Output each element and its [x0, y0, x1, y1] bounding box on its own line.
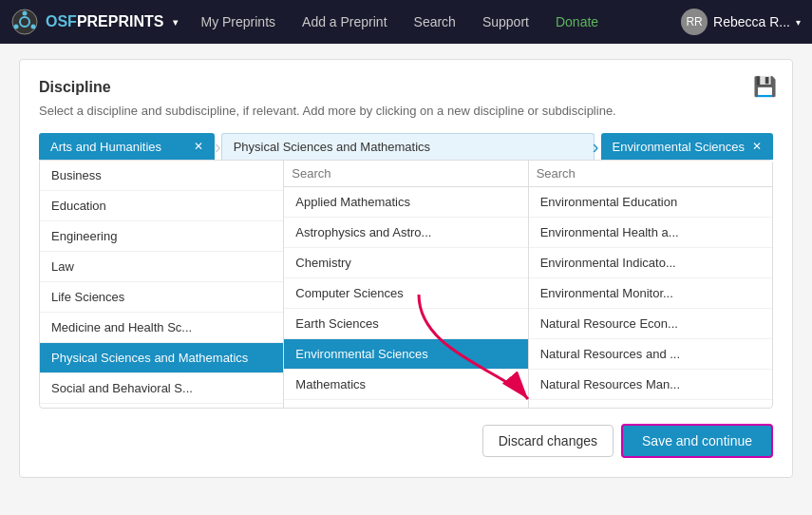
arts-humanities-tab[interactable]: Arts and Humanities ✕: [39, 133, 215, 160]
discipline-item-social[interactable]: Social and Behavioral S...: [40, 373, 283, 404]
search-nav-link[interactable]: Search: [403, 0, 467, 44]
navbar: OSFPREPRINTS ▾ My Preprints Add a Prepri…: [0, 0, 812, 44]
environmental-sciences-tab[interactable]: Environmental Sciences ✕: [601, 133, 773, 160]
save-icon[interactable]: 💾: [753, 75, 777, 98]
discipline-col-3: Environmental Education Environmental He…: [529, 161, 772, 408]
donate-link[interactable]: Donate: [544, 0, 610, 44]
arts-humanities-tab-close[interactable]: ✕: [194, 140, 203, 153]
physical-sciences-tab-label: Physical Sciences and Mathematics: [234, 140, 430, 154]
save-continue-button[interactable]: Save and continue: [621, 424, 773, 458]
col2-search-input[interactable]: [284, 161, 527, 187]
col3-search-input[interactable]: [529, 161, 772, 187]
subsubdiscipline-env-health[interactable]: Environmental Health a...: [529, 218, 772, 248]
discipline-col-2: Applied Mathematics Astrophysics and Ast…: [284, 161, 528, 408]
logo-dropdown-icon[interactable]: ▾: [173, 17, 178, 28]
discipline-col-1-list: Business Education Engineering Law Life …: [40, 161, 283, 408]
svg-point-3: [31, 25, 36, 29]
discard-button[interactable]: Discard changes: [482, 425, 614, 457]
action-row: Discard changes Save and continue: [39, 424, 773, 458]
user-menu[interactable]: RR Rebecca R... ▾: [681, 9, 801, 35]
discipline-item-physical-sciences[interactable]: Physical Sciences and Mathematics: [40, 343, 283, 373]
subdiscipline-astrophysics[interactable]: Astrophysics and Astro...: [284, 218, 527, 248]
subdiscipline-environmental-sciences[interactable]: Environmental Sciences: [284, 339, 527, 370]
subdiscipline-applied-math[interactable]: Applied Mathematics: [284, 187, 527, 218]
my-preprints-link[interactable]: My Preprints: [189, 0, 287, 44]
discipline-item-education[interactable]: Education: [40, 191, 283, 221]
discipline-col-3-list: Environmental Education Environmental He…: [529, 187, 772, 408]
subdiscipline-mathematics[interactable]: Mathematics: [284, 370, 527, 400]
section-title: Discipline: [39, 79, 773, 96]
discipline-item-medicine[interactable]: Medicine and Health Sc...: [40, 313, 283, 343]
logo-preprints: PREPRINTS: [77, 13, 164, 29]
discipline-col-2-list: Applied Mathematics Astrophysics and Ast…: [284, 187, 527, 408]
subsubdiscipline-env-education[interactable]: Environmental Education: [529, 187, 772, 218]
avatar: RR: [681, 9, 708, 35]
subsubdiscipline-natural-resources-man[interactable]: Natural Resources Man...: [529, 370, 772, 400]
subsubdiscipline-natural-resource-econ[interactable]: Natural Resource Econ...: [529, 309, 772, 339]
subdiscipline-computer-sciences[interactable]: Computer Sciences: [284, 278, 527, 309]
svg-point-2: [23, 11, 28, 16]
discipline-col-1: Business Education Engineering Law Life …: [40, 161, 284, 408]
logo[interactable]: OSFPREPRINTS ▾: [11, 9, 178, 35]
tab-arrow-2: ›: [593, 133, 599, 160]
logo-osf: OSF: [46, 13, 77, 29]
user-dropdown-icon[interactable]: ▾: [796, 17, 801, 28]
environmental-sciences-tab-label: Environmental Sciences: [613, 140, 745, 154]
discipline-tab-headers: Arts and Humanities ✕ › Physical Science…: [39, 133, 773, 160]
discipline-columns: Business Education Engineering Law Life …: [39, 160, 773, 409]
physical-sciences-tab[interactable]: Physical Sciences and Mathematics: [221, 133, 595, 160]
svg-point-4: [14, 25, 19, 29]
discipline-item-law[interactable]: Law: [40, 252, 283, 282]
discipline-item-business[interactable]: Business: [40, 161, 283, 191]
section-desc: Select a discipline and subdiscipline, i…: [39, 104, 773, 118]
subsubdiscipline-env-monitoring[interactable]: Environmental Monitor...: [529, 278, 772, 309]
support-link[interactable]: Support: [471, 0, 540, 44]
subdiscipline-chemistry[interactable]: Chemistry: [284, 248, 527, 278]
main-content: Discipline 💾 Select a discipline and sub…: [19, 59, 793, 478]
user-name: Rebecca R...: [713, 14, 790, 29]
discipline-item-engineering[interactable]: Engineering: [40, 221, 283, 252]
environmental-sciences-tab-close[interactable]: ✕: [752, 140, 762, 153]
arts-humanities-tab-label: Arts and Humanities: [50, 140, 161, 154]
tab-arrow-1: ›: [215, 133, 221, 160]
subsubdiscipline-env-indicators[interactable]: Environmental Indicato...: [529, 248, 772, 278]
discipline-item-life-sciences[interactable]: Life Sciences: [40, 282, 283, 313]
subsubdiscipline-natural-resources[interactable]: Natural Resources and ...: [529, 339, 772, 370]
add-preprint-link[interactable]: Add a Preprint: [291, 0, 399, 44]
subdiscipline-earth-sciences[interactable]: Earth Sciences: [284, 309, 527, 339]
